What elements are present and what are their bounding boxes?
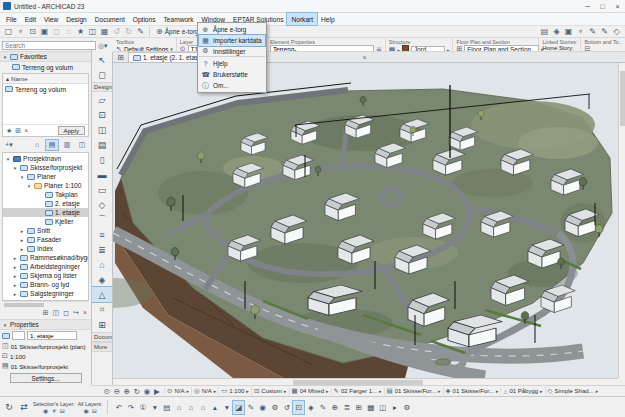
redo-icon[interactable]: ↻ — [123, 26, 134, 37]
home-story-icon[interactable]: ⌂ — [173, 401, 184, 414]
add-dimension-icon[interactable]: ⊕ — [329, 401, 340, 414]
tree-item[interactable]: ▾ Planer 1:100 — [3, 181, 88, 190]
teamwork-icon[interactable]: ▤ — [539, 26, 550, 37]
more-tools-icon[interactable]: ▸ — [389, 401, 400, 414]
new-folder-icon[interactable]: ⊞ — [15, 127, 21, 135]
undo-icon[interactable]: ↶ — [113, 401, 124, 414]
pickup-parameters-icon[interactable]: ✎ — [587, 26, 598, 37]
render-icon[interactable]: ◈ — [551, 26, 562, 37]
menu-item[interactable]: Options — [129, 13, 160, 25]
tree-item[interactable]: Kjeller — [3, 217, 88, 226]
quick-option-dropdown[interactable]: ◎ N/A ▸ — [191, 387, 218, 395]
shell-tool-icon[interactable]: ⌒ — [92, 212, 112, 227]
tree-item[interactable]: ▸ Fasader — [3, 235, 88, 244]
send-view-icon[interactable]: ↪ — [73, 309, 79, 317]
infobox-default-settings[interactable]: Toolbox ↖Default Settings▾ — [113, 38, 177, 51]
layers-icon[interactable]: ▦ — [99, 26, 110, 37]
apply-button[interactable]: Apply — [58, 126, 85, 135]
story-settings-icon[interactable]: ⌂ — [197, 401, 208, 414]
arrow-tool-icon[interactable]: ↖ — [92, 52, 112, 67]
quick-option-dropdown[interactable]: ◈ 01 Skisse/For... ▸ — [443, 387, 501, 395]
new-favorite-icon[interactable]: ★ — [6, 127, 12, 135]
settings-icon[interactable]: ⚙ Innstillinger — [199, 46, 265, 57]
slab-tool-icon[interactable]: ▭ — [92, 182, 112, 197]
tree-caret-icon[interactable]: ▾ — [12, 165, 18, 171]
markup-icon[interactable]: ✎ — [317, 401, 328, 414]
zoom-in-icon[interactable]: ⊕ — [122, 387, 132, 396]
walk-icon[interactable]: ▶ — [152, 387, 162, 396]
publish-icon[interactable]: ▣ — [563, 26, 574, 37]
tab-overview-icon[interactable]: ⊞ — [115, 53, 126, 62]
menu-item[interactable]: Edit — [21, 13, 40, 25]
infobox-structure[interactable]: Structure ▦▸Jord▸ — [386, 38, 454, 51]
infobox-element-properties[interactable]: Element Properties ≣ — [267, 38, 386, 51]
tree-item[interactable]: 2. etasje — [3, 199, 88, 208]
tree-item[interactable]: ▾ Planer — [3, 172, 88, 181]
element-settings-icon[interactable]: ◫ — [87, 26, 98, 37]
pet-dropdown-icon[interactable]: ▾ — [149, 401, 160, 414]
new-file-dropdown-icon[interactable]: ▾ — [15, 26, 26, 37]
menu-item[interactable]: Help — [317, 13, 339, 25]
wrench-icon[interactable]: ⚙ — [401, 401, 412, 414]
grid-tool-icon[interactable]: ⊞ — [92, 317, 112, 332]
zoom-out-icon[interactable]: ⊖ — [112, 387, 122, 396]
orbit-mode-icon[interactable]: ↺ — [281, 401, 292, 414]
canvas-vertical-scrollbar[interactable] — [618, 63, 625, 378]
story-name-field[interactable] — [27, 331, 77, 340]
tree-item[interactable]: ▾ Prosjektnavn — [3, 154, 88, 163]
new-file-icon[interactable]: ▢ — [3, 26, 14, 37]
paste-icon[interactable]: ⌂ — [63, 26, 74, 37]
project-map-tab-icon[interactable]: ⌂ — [31, 140, 43, 150]
previous-story-icon[interactable]: ▴ — [209, 401, 220, 414]
settings-button[interactable]: Settings... — [10, 373, 82, 383]
scale-property-row[interactable]: ⊡ 1:100 — [0, 351, 91, 361]
object-tool-icon[interactable]: ⌂ — [92, 257, 112, 272]
lock-all-layers-icon[interactable]: ⊟ — [92, 407, 97, 414]
wall-tool-icon[interactable]: ▱ — [92, 92, 112, 107]
about-icon[interactable]: ⓘ Om... — [199, 80, 265, 91]
quick-layers-icon[interactable]: ⇄ — [18, 402, 30, 412]
design-group-label[interactable]: Design — [92, 82, 112, 92]
lock-layer-icon[interactable]: ⊟ — [60, 407, 65, 414]
properties-header[interactable]: ▾ Properties — [0, 319, 91, 330]
menu-item[interactable]: Document — [91, 13, 129, 25]
story-id-field[interactable] — [12, 331, 25, 340]
document-group-label[interactable]: Docume — [92, 332, 112, 342]
search-options-icon[interactable]: ◎▾ — [98, 42, 108, 50]
menu-item[interactable]: Teamwork — [160, 13, 198, 25]
tree-item[interactable]: ▸ Index — [3, 244, 88, 253]
tree-item[interactable]: ▸ Rammesøknad/byggemelding — [3, 253, 88, 262]
door-tool-icon[interactable]: ⊡ — [92, 107, 112, 122]
annotation-grid-icon[interactable]: ⊞ — [353, 401, 364, 414]
next-story-icon[interactable]: ▾ — [221, 401, 232, 414]
help-icon[interactable]: ? Hjelp — [199, 58, 265, 69]
tree-item[interactable]: ▸ Brann- og lyd — [3, 280, 88, 289]
close-button[interactable]: × — [610, 0, 625, 13]
save-view-icon[interactable]: ◫ — [53, 309, 60, 317]
tree-item[interactable]: ▸ Snitt — [3, 226, 88, 235]
navigator-toggle-icon[interactable]: ▤ — [161, 401, 172, 414]
support-icon[interactable]: ☎ Brukerstøtte — [199, 69, 265, 80]
canvas-horizontal-scrollbar[interactable] — [113, 378, 618, 385]
view-property-row[interactable]: ◫ 01 Skisse/forprosjekt (plan) — [0, 341, 91, 351]
pet-palette-icon[interactable]: ① — [137, 401, 148, 414]
quick-option-dropdown[interactable]: ⊡ Custom ▸ — [251, 387, 289, 395]
marquee-tool-icon[interactable]: ◻ — [92, 67, 112, 82]
inject-parameters-icon[interactable]: ✎ — [599, 26, 610, 37]
window-tool-icon[interactable]: ◫ — [92, 122, 112, 137]
tree-item[interactable]: ▸ Arbeidstegninger — [3, 262, 88, 271]
tree-caret-icon[interactable]: ▸ — [12, 291, 18, 297]
cutaway-icon[interactable]: ◈ — [305, 401, 316, 414]
story-up-icon[interactable]: ⌂ — [185, 401, 196, 414]
railing-tool-icon[interactable]: ≣ — [92, 242, 112, 257]
tree-caret-icon[interactable]: ▾ — [19, 174, 25, 180]
tree-item[interactable]: 1. etasje — [3, 208, 88, 217]
zone-tool-icon[interactable]: ⌗ — [92, 302, 112, 317]
layout-property-row[interactable]: ▤ 01 Skisse/forprosjekt — [0, 361, 91, 371]
quick-option-dropdown[interactable]: ⊙ N/A ▸ — [164, 387, 191, 395]
quick-option-dropdown[interactable]: ▭ 1:100 ▸ — [218, 387, 251, 395]
clone-folder-icon[interactable]: ◻ — [63, 309, 69, 317]
tree-caret-icon[interactable]: ▸ — [12, 282, 18, 288]
label-icon[interactable]: ◫ — [377, 401, 388, 414]
hatch-icon[interactable]: ▦ — [365, 401, 376, 414]
